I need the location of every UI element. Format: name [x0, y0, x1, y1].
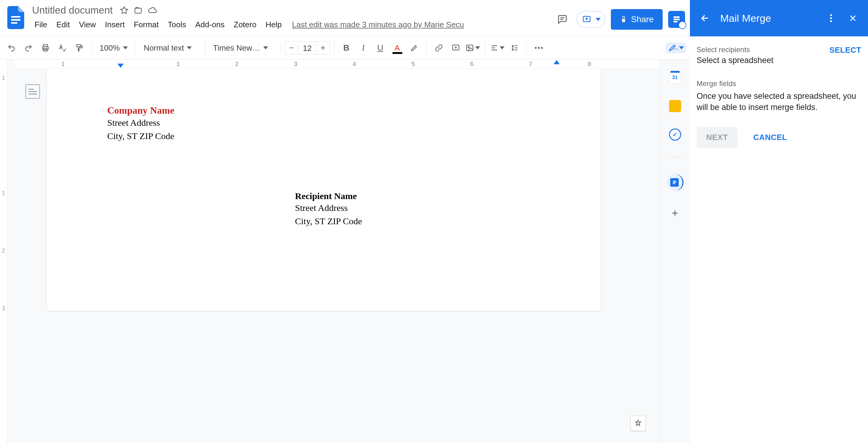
comments-icon[interactable] — [554, 11, 571, 28]
caret-down-icon — [500, 47, 504, 49]
present-icon[interactable] — [579, 12, 594, 27]
separator — [669, 157, 682, 157]
ruler-tick: 2 — [235, 61, 238, 67]
align-icon[interactable] — [489, 40, 505, 56]
recipient-street[interactable]: Street Address — [295, 201, 540, 214]
document-page[interactable]: Company Name Street Address City, ST ZIP… — [46, 68, 601, 311]
get-addons-icon[interactable]: + — [669, 207, 681, 219]
menu-bar: File Edit View Insert Format Tools Add-o… — [30, 18, 554, 31]
last-edit-link[interactable]: Last edit was made 3 minutes ago by Mari… — [292, 20, 464, 29]
text-color-icon[interactable]: A — [390, 40, 405, 56]
paint-format-icon[interactable] — [71, 40, 87, 56]
account-badge-icon[interactable] — [668, 11, 685, 28]
svg-rect-7 — [466, 45, 473, 51]
style-value: Normal text — [144, 43, 184, 53]
mail-merge-header: Mail Merge — [690, 0, 868, 36]
menu-tools[interactable]: Tools — [163, 18, 190, 31]
font-family-select[interactable]: Times New… — [210, 43, 276, 53]
insert-comment-icon[interactable] — [448, 40, 464, 56]
share-label: Share — [631, 14, 654, 24]
recipient-city[interactable]: City, ST ZIP Code — [295, 214, 540, 228]
mail-merge-title: Mail Merge — [720, 12, 816, 24]
more-options-icon[interactable] — [825, 11, 838, 25]
present-caret-icon[interactable] — [594, 17, 602, 22]
caret-down-icon — [475, 47, 480, 49]
titlebar: Untitled document File Edit View Insert … — [0, 0, 690, 36]
svg-point-14 — [830, 20, 832, 22]
svg-point-8 — [468, 47, 469, 48]
svg-point-11 — [541, 47, 543, 49]
ruler-tick: 1 — [176, 61, 180, 67]
undo-icon[interactable] — [4, 40, 20, 56]
move-icon[interactable] — [134, 6, 142, 14]
vertical-ruler[interactable]: 1 1 2 3 — [0, 59, 7, 443]
svg-rect-5 — [76, 45, 81, 47]
ruler-tick: 3 — [294, 61, 297, 67]
paragraph-style-select[interactable]: Normal text — [140, 43, 201, 53]
spellcheck-icon[interactable] — [55, 40, 70, 56]
underline-icon[interactable]: U — [373, 40, 388, 56]
menu-help[interactable]: Help — [261, 18, 286, 31]
highlight-icon[interactable] — [406, 40, 422, 56]
document-title[interactable]: Untitled document — [30, 4, 115, 17]
recipients-value: Select a spreadsheet — [696, 56, 774, 65]
tasks-icon[interactable] — [669, 128, 681, 141]
sender-city[interactable]: City, ST ZIP Code — [107, 129, 540, 143]
keep-icon[interactable] — [669, 100, 681, 112]
mail-merge-addon-icon[interactable] — [666, 174, 684, 191]
sender-company-name[interactable]: Company Name — [107, 105, 540, 116]
redo-icon[interactable] — [21, 40, 36, 56]
font-size-increase[interactable]: + — [316, 41, 330, 55]
document-outline-icon[interactable] — [26, 84, 40, 99]
bold-icon[interactable]: B — [339, 40, 354, 56]
menu-zotero[interactable]: Zotero — [229, 18, 261, 31]
horizontal-ruler[interactable]: 1 1 2 3 4 5 6 7 8 — [14, 59, 660, 68]
caret-down-icon — [263, 47, 268, 49]
recipients-label: Select recipients — [696, 46, 774, 54]
ruler-tick: 8 — [588, 61, 591, 67]
svg-point-9 — [535, 47, 537, 49]
svg-rect-0 — [135, 8, 141, 13]
svg-point-10 — [538, 47, 540, 49]
insert-image-icon[interactable] — [465, 40, 480, 56]
back-icon[interactable] — [699, 11, 712, 25]
font-size-input[interactable]: 12 — [298, 41, 316, 55]
calendar-icon[interactable] — [669, 71, 681, 84]
font-size-decrease[interactable]: − — [285, 41, 298, 55]
present-button-group[interactable] — [576, 11, 606, 28]
print-icon[interactable] — [37, 40, 53, 56]
explore-button-icon[interactable] — [630, 416, 646, 431]
mail-merge-panel: Mail Merge Select recipients Select a sp… — [690, 0, 868, 443]
recipient-name[interactable]: Recipient Name — [295, 191, 540, 201]
zoom-select[interactable]: 100% — [96, 43, 131, 53]
menu-file[interactable]: File — [30, 18, 52, 31]
toolbar: 100% Normal text Times New… − 12 + B I U… — [0, 36, 690, 59]
zoom-value: 100% — [100, 43, 120, 53]
select-spreadsheet-button[interactable]: SELECT — [829, 46, 861, 55]
more-tools-icon[interactable] — [531, 40, 547, 56]
ruler-tick: 7 — [529, 61, 532, 67]
menu-view[interactable]: View — [75, 18, 100, 31]
menu-format[interactable]: Format — [130, 18, 163, 31]
indent-marker-icon[interactable] — [118, 64, 124, 68]
insert-link-icon[interactable] — [431, 40, 447, 56]
collapse-toolbar-icon[interactable]: ︿ — [668, 40, 684, 56]
docs-home-icon[interactable] — [5, 3, 27, 32]
side-panel: + — [660, 59, 690, 443]
page-area[interactable]: Company Name Street Address City, ST ZIP… — [7, 68, 660, 443]
close-icon[interactable] — [846, 11, 860, 25]
italic-icon[interactable]: I — [355, 40, 371, 56]
ruler-tick: 6 — [470, 61, 473, 67]
menu-insert[interactable]: Insert — [101, 18, 129, 31]
menu-addons[interactable]: Add-ons — [191, 18, 229, 31]
right-indent-marker-icon[interactable] — [554, 60, 560, 64]
ruler-tick: 5 — [411, 61, 414, 67]
cloud-status-icon[interactable] — [148, 6, 157, 15]
menu-edit[interactable]: Edit — [52, 18, 74, 31]
cancel-button[interactable]: CANCEL — [750, 127, 790, 148]
ruler-tick: 1 — [61, 61, 64, 67]
share-button[interactable]: Share — [611, 9, 663, 30]
line-spacing-icon[interactable] — [506, 40, 522, 56]
star-icon[interactable] — [120, 6, 128, 14]
sender-street[interactable]: Street Address — [107, 116, 540, 129]
